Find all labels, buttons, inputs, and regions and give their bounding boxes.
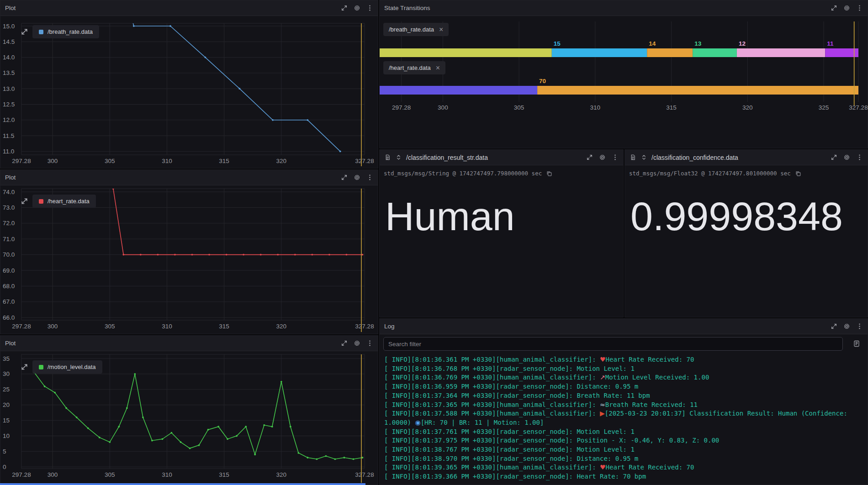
- close-icon[interactable]: ×: [436, 65, 440, 71]
- expand-panel-icon[interactable]: [831, 154, 837, 161]
- close-icon[interactable]: ×: [439, 27, 443, 32]
- y-tick-label: 13.5: [3, 69, 15, 76]
- raw-message-body: std_msgs/msg/String @ 1742747497.7980000…: [380, 165, 623, 317]
- series-group: [33, 372, 363, 460]
- log-panel: Log [ INFO][8:01:36.361 PM +0330][human_…: [379, 318, 868, 485]
- log-entry: [ INFO][8:01:37.761 PM +0330][radar_sens…: [384, 427, 865, 437]
- panel-menu-icon[interactable]: [366, 340, 373, 347]
- series-point: [140, 254, 142, 256]
- x-tick-label: 320: [276, 158, 286, 164]
- expand-collapse-icon[interactable]: [640, 154, 647, 161]
- state-topic-chip-breath[interactable]: /breath_rate.data ×: [383, 23, 449, 36]
- legend-expand-icon[interactable]: [21, 363, 28, 371]
- panel-topic-title: /classification_confidence.data: [651, 154, 738, 161]
- series-point: [239, 88, 241, 90]
- series-point: [112, 188, 114, 190]
- state-transitions-panel: State Transitions /breath_rate.data × /h…: [379, 0, 868, 148]
- expand-panel-icon[interactable]: [341, 5, 348, 11]
- expand-panel-icon[interactable]: [831, 323, 837, 330]
- settings-gear-icon[interactable]: [354, 174, 360, 181]
- playback-progress-bar[interactable]: [0, 483, 365, 485]
- x-tick-label: 320: [276, 323, 286, 330]
- series-chip[interactable]: /breath_rate.data: [32, 25, 99, 38]
- expand-collapse-icon[interactable]: [395, 154, 402, 161]
- panel-header: Plot: [0, 170, 378, 185]
- series-point: [157, 254, 159, 256]
- legend-expand-icon[interactable]: [21, 197, 28, 205]
- state-segment: [537, 86, 858, 95]
- series-point: [151, 440, 153, 442]
- log-entry: [ INFO][8:01:38.970 PM +0330][radar_sens…: [384, 454, 865, 464]
- panel-menu-icon[interactable]: [366, 174, 373, 181]
- series-point: [133, 25, 135, 27]
- copy-icon[interactable]: [546, 170, 552, 177]
- series-chip[interactable]: /motion_level.data: [32, 360, 102, 374]
- settings-gear-icon[interactable]: [843, 5, 850, 11]
- settings-gear-icon[interactable]: [843, 154, 850, 161]
- series-color-swatch: [39, 30, 43, 34]
- y-tick-label: 13.0: [3, 85, 15, 92]
- x-tick-label: 310: [162, 323, 172, 330]
- expand-panel-icon[interactable]: [341, 174, 348, 181]
- log-emoji-icon: ↗: [600, 374, 605, 381]
- plot-panel-heart: Plot /heart_rate.data 74.073.072.071.070…: [0, 169, 378, 334]
- copy-log-icon[interactable]: [853, 340, 860, 347]
- message-doc-icon[interactable]: [630, 154, 636, 161]
- series-point: [307, 119, 308, 121]
- raw-message-panel-result: /classification_result_str.data std_msgs…: [379, 149, 624, 317]
- series-point: [328, 254, 330, 256]
- panel-menu-icon[interactable]: [612, 154, 619, 161]
- panel-header-actions: [831, 323, 863, 330]
- series-point: [217, 426, 219, 427]
- state-segment: [825, 48, 858, 57]
- series-chip[interactable]: /heart_rate.data: [32, 195, 96, 208]
- x-tick-label: 305: [105, 323, 115, 330]
- expand-panel-icon[interactable]: [831, 5, 837, 11]
- panel-menu-icon[interactable]: [856, 154, 863, 161]
- x-tick-label: 300: [48, 158, 58, 164]
- panel-menu-icon[interactable]: [366, 5, 373, 11]
- series-group: [112, 188, 363, 255]
- series-point: [311, 254, 313, 256]
- panel-menu-icon[interactable]: [856, 323, 863, 330]
- state-segment: [737, 48, 825, 57]
- panel-menu-icon[interactable]: [856, 5, 863, 11]
- log-entry: [ INFO][8:01:37.365 PM +0330][human_anim…: [384, 401, 865, 410]
- log-emoji-icon: ♥: [600, 356, 606, 363]
- series-point: [142, 416, 144, 418]
- expand-panel-icon[interactable]: [341, 340, 348, 347]
- expand-panel-icon[interactable]: [586, 154, 593, 161]
- panel-header: Plot: [0, 336, 378, 351]
- y-tick-label: 11.5: [3, 132, 14, 139]
- y-tick-label: 14.5: [3, 38, 15, 45]
- x-tick-label: 320: [276, 471, 286, 478]
- y-tick-label: 20: [3, 401, 10, 408]
- log-emoji-icon: ▶: [600, 410, 605, 417]
- series-point: [126, 407, 128, 409]
- series-group: [128, 16, 341, 152]
- series-point: [227, 438, 228, 440]
- y-tick-label: 0: [3, 464, 6, 470]
- series-point: [353, 458, 355, 460]
- search-input[interactable]: [383, 337, 843, 351]
- series-point: [99, 437, 101, 438]
- state-segment-label: 12: [739, 40, 746, 47]
- settings-gear-icon[interactable]: [599, 154, 606, 161]
- series-line: [34, 373, 363, 459]
- y-tick-label: 12.5: [3, 101, 15, 108]
- log-entry: [ INFO][8:01:36.959 PM +0330][radar_sens…: [384, 382, 865, 391]
- legend-expand-icon[interactable]: [21, 28, 28, 36]
- series-point: [325, 455, 327, 457]
- state-topic-label: /heart_rate.data: [389, 64, 431, 71]
- settings-gear-icon[interactable]: [843, 323, 850, 330]
- state-canvas: /breath_rate.data × /heart_rate.data × 2…: [380, 16, 868, 148]
- settings-gear-icon[interactable]: [354, 5, 360, 11]
- copy-icon[interactable]: [795, 170, 801, 177]
- panel-header-actions: [341, 174, 373, 181]
- message-doc-icon[interactable]: [384, 154, 391, 161]
- settings-gear-icon[interactable]: [354, 340, 360, 347]
- series-point: [54, 392, 56, 394]
- log-entry: [ INFO][8:01:39.365 PM +0330][human_anim…: [384, 463, 865, 472]
- state-topic-chip-heart[interactable]: /heart_rate.data ×: [383, 61, 445, 74]
- panel-header-actions: [831, 5, 863, 11]
